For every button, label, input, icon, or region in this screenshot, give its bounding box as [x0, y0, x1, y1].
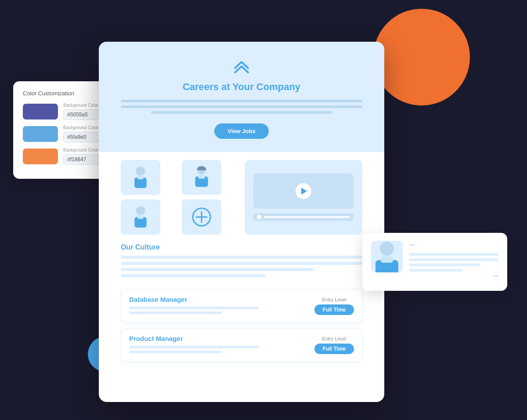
- full-time-badge-1: Full Time: [314, 304, 354, 315]
- job-line-2b: [129, 351, 222, 353]
- testimonial-card: ““ ””: [362, 233, 507, 291]
- entry-label-2: Entry Level: [314, 336, 354, 341]
- testimonial-line-4: [409, 269, 462, 272]
- color-swatch-1: [23, 104, 58, 119]
- video-control-dot: [257, 215, 261, 219]
- add-photo-icon: [188, 204, 215, 230]
- color-input-2[interactable]: [63, 132, 103, 142]
- orange-circle-decoration: [373, 9, 470, 105]
- hero-title: Careers at Your Company: [121, 81, 362, 93]
- job-line-1b: [129, 311, 222, 314]
- testimonial-quote-open: ““: [409, 243, 498, 251]
- hero-section: Careers at Your Company View Jobs: [99, 42, 384, 152]
- media-thumb-2: [182, 160, 221, 195]
- play-button[interactable]: [296, 183, 311, 199]
- person-male-icon: [127, 164, 154, 191]
- hero-line-2: [121, 105, 362, 108]
- hero-line-1: [121, 100, 362, 102]
- testimonial-line-1: [409, 253, 498, 256]
- job-title-2: Product Manager: [129, 335, 314, 342]
- video-progress-bar: [264, 216, 350, 218]
- video-inner: [253, 174, 354, 209]
- culture-line-1: [121, 256, 362, 259]
- job-card-1[interactable]: Database Manager Entry Level Full Time: [121, 289, 362, 323]
- job-card-2[interactable]: Product Manager Entry Level Full Time: [121, 328, 362, 362]
- play-triangle-icon: [301, 188, 307, 195]
- color-swatch-3: [23, 148, 58, 164]
- color-swatch-2: [23, 126, 58, 142]
- main-card: Careers at Your Company View Jobs: [99, 42, 384, 402]
- testimonial-quote-close: ””: [409, 274, 498, 283]
- svg-point-6: [136, 206, 145, 215]
- culture-title: Our Culture: [121, 243, 362, 251]
- full-time-badge-2: Full Time: [314, 344, 354, 354]
- video-controls: [253, 213, 354, 221]
- media-thumb-3: [121, 199, 160, 235]
- testimonial-person-icon: [371, 241, 403, 272]
- logo-icon: [121, 55, 362, 77]
- jobs-section: Database Manager Entry Level Full Time P…: [99, 285, 384, 362]
- job-line-1a: [129, 307, 259, 309]
- media-section: [99, 152, 384, 239]
- color-input-1[interactable]: [63, 109, 103, 120]
- testimonial-avatar: [371, 241, 403, 272]
- color-input-3[interactable]: [63, 154, 103, 165]
- media-grid: [121, 160, 238, 235]
- testimonial-line-2: [409, 258, 498, 261]
- hero-lines: [121, 100, 362, 114]
- video-placeholder[interactable]: [245, 160, 362, 235]
- culture-line-4: [121, 274, 266, 277]
- hero-line-3: [151, 111, 332, 114]
- job-line-2a: [129, 346, 259, 348]
- culture-section: Our Culture: [99, 239, 384, 285]
- job-title-1: Database Manager: [129, 296, 314, 303]
- person-male-2-icon: [127, 204, 154, 230]
- svg-point-0: [136, 167, 145, 176]
- entry-label-1: Entry Level: [314, 297, 354, 302]
- testimonial-line-3: [409, 264, 480, 266]
- media-thumb-add[interactable]: [182, 199, 221, 235]
- svg-point-12: [380, 242, 394, 256]
- culture-line-3: [121, 268, 314, 271]
- svg-rect-2: [137, 176, 144, 180]
- logo-svg: [231, 55, 253, 77]
- svg-rect-8: [137, 215, 144, 219]
- svg-rect-5: [198, 175, 205, 179]
- person-female-icon: [188, 164, 215, 191]
- view-jobs-button[interactable]: View Jobs: [214, 123, 268, 139]
- svg-rect-14: [381, 257, 393, 263]
- media-thumb-1: [121, 160, 160, 195]
- culture-line-2: [121, 262, 362, 265]
